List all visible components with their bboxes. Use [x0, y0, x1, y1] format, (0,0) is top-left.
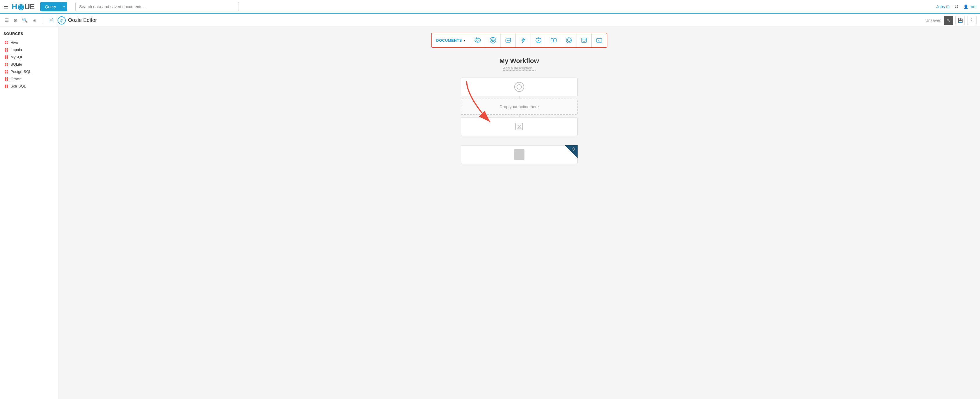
search-input[interactable]	[75, 2, 239, 11]
sidebar-item-label-solrsql: Solr SQL	[11, 84, 26, 89]
hamburger-menu-icon[interactable]: ☰	[3, 3, 8, 10]
hue-logo: H◉UE	[12, 2, 35, 11]
more-options-button[interactable]: ⋮	[967, 16, 977, 25]
workflow-title: My Workflow	[500, 57, 539, 65]
sidebar-item-postgresql[interactable]: PostgreSQL	[3, 68, 55, 75]
documents-toolbar: DOCUMENTS ▾	[431, 33, 608, 48]
sidebar-item-sqlite[interactable]: SQLite	[3, 61, 55, 68]
pig-toolbar-button[interactable]	[501, 33, 516, 47]
svg-point-11	[507, 40, 508, 41]
svg-point-22	[514, 82, 524, 92]
edit-button[interactable]: ✎	[944, 16, 953, 25]
second-navigation: ☰ ⊕ 🔍 ⊞ 📄 ◎ Oozie Editor Unsaved ✎ 💾 ⋮	[0, 14, 980, 27]
svg-rect-14	[551, 38, 554, 42]
sidebar-item-hive[interactable]: Hive	[3, 39, 55, 46]
workflow-description[interactable]: Add a description...	[503, 66, 535, 71]
mysql-grid-icon	[5, 55, 8, 59]
query-dropdown-arrow[interactable]: ▾	[61, 5, 67, 8]
unsaved-area: Unsaved ✎ 💾 ⋮	[925, 16, 977, 25]
end-node-icon	[513, 121, 525, 132]
connector-2	[519, 115, 520, 117]
document-nav-icon[interactable]: 📄	[47, 16, 55, 24]
query-button-label[interactable]: Query	[40, 5, 61, 9]
jobs-icon: ⊞	[946, 5, 950, 9]
user-menu[interactable]: 👤 root	[963, 5, 977, 9]
sidebar-item-impala[interactable]: Impala	[3, 46, 55, 53]
svg-rect-19	[583, 39, 585, 41]
apps-nav-icon[interactable]: ⊞	[31, 16, 37, 24]
svg-rect-20	[597, 38, 602, 42]
svg-point-23	[517, 85, 522, 89]
history-icon[interactable]: ↺	[954, 3, 959, 10]
documents-label: DOCUMENTS	[436, 38, 462, 43]
start-node-icon	[513, 81, 525, 93]
connector-1	[519, 96, 520, 98]
sidebar-title: Sources	[3, 32, 55, 36]
svg-point-29	[572, 148, 574, 150]
workflow-kill-node-wrapper	[461, 145, 578, 164]
shell-toolbar-button[interactable]	[561, 33, 576, 47]
distcp-toolbar-button[interactable]	[546, 33, 561, 47]
query-button[interactable]: Query ▾	[40, 2, 67, 11]
svg-point-12	[508, 40, 509, 41]
workflow-area: My Workflow Add a description...	[461, 57, 578, 164]
solrsql-grid-icon	[5, 85, 8, 88]
drop-zone-label: Drop your action here	[500, 104, 539, 109]
unsaved-label: Unsaved	[925, 18, 942, 23]
svg-point-17	[567, 39, 570, 42]
sidebar-item-solrsql[interactable]: Solr SQL	[3, 82, 55, 90]
workflow-drop-zone[interactable]: Drop your action here	[461, 98, 578, 115]
search-nav-icon[interactable]: 🔍	[21, 16, 29, 24]
jobs-link[interactable]: Jobs ⊞	[936, 5, 950, 9]
svg-rect-28	[517, 128, 522, 130]
svg-rect-10	[506, 39, 511, 42]
grid-nav-icon[interactable]: ☰	[3, 16, 10, 24]
svg-point-1	[476, 38, 479, 40]
ssh-toolbar-button[interactable]	[592, 33, 607, 47]
oracle-grid-icon	[5, 77, 8, 81]
svg-point-4	[478, 40, 479, 41]
svg-rect-15	[554, 38, 556, 42]
sidebar-item-label-oracle: Oracle	[11, 77, 22, 81]
sidebar-item-oracle[interactable]: Oracle	[3, 75, 55, 82]
logo-dot: ◉	[18, 2, 24, 11]
user-icon: 👤	[963, 5, 968, 9]
workflow-start-node	[461, 78, 578, 96]
sidebar-item-label-hive: Hive	[11, 40, 18, 44]
sidebar-item-label-sqlite: SQLite	[11, 62, 22, 66]
workflow-kill-node	[461, 145, 578, 164]
svg-point-3	[477, 41, 478, 42]
sidebar-item-label-postgresql: PostgreSQL	[11, 70, 31, 74]
logo-h: H	[12, 2, 17, 11]
subworkflow-toolbar-button[interactable]	[576, 33, 592, 47]
sidebar-item-mysql[interactable]: MySQL	[3, 53, 55, 61]
user-name: root	[969, 5, 977, 9]
sidebar: Sources Hive Impala MySQL	[0, 27, 59, 399]
save-button[interactable]: 💾	[956, 16, 965, 25]
copy-nav-icon[interactable]: ⊕	[12, 16, 18, 24]
kill-node-placeholder-icon	[514, 149, 525, 160]
hive-grid-icon	[5, 41, 8, 44]
hive-toolbar-button[interactable]	[470, 33, 485, 47]
main-layout: Sources Hive Impala MySQL	[0, 27, 980, 399]
top-navigation: ☰ H◉UE Query ▾ Jobs ⊞ ↺ 👤 root	[0, 0, 980, 14]
mapreduce-toolbar-button[interactable]	[531, 33, 546, 47]
oozie-editor-icon: ◎	[57, 16, 66, 24]
sidebar-item-label-mysql: MySQL	[11, 55, 23, 59]
nav-right-area: Jobs ⊞ ↺ 👤 root	[936, 3, 977, 10]
documents-dropdown-arrow: ▾	[464, 39, 466, 42]
svg-rect-18	[582, 38, 586, 43]
oozie-toolbar-button[interactable]	[485, 33, 501, 47]
postgresql-grid-icon	[5, 70, 8, 73]
editor-title-text: Oozie Editor	[68, 17, 97, 23]
documents-dropdown-button[interactable]: DOCUMENTS ▾	[431, 35, 471, 46]
sidebar-item-label-impala: Impala	[11, 48, 22, 52]
svg-point-16	[566, 38, 571, 43]
jobs-label: Jobs	[936, 5, 945, 9]
editor-title-area: ◎ Oozie Editor	[57, 16, 97, 24]
kill-badge-settings-icon	[570, 146, 576, 152]
main-content: DOCUMENTS ▾	[59, 27, 980, 399]
spark-toolbar-button[interactable]	[516, 33, 531, 47]
svg-point-9	[492, 40, 493, 41]
sqlite-grid-icon	[5, 63, 8, 66]
